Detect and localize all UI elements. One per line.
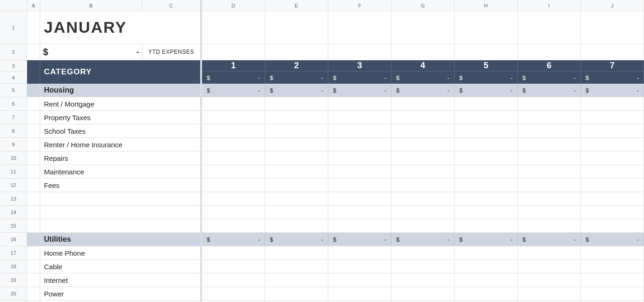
item-cell-day-7[interactable] [581, 287, 644, 300]
section-total-day-5[interactable]: $- [455, 233, 518, 246]
section-total-day-3[interactable]: $- [328, 84, 391, 97]
item-label[interactable]: Cable [40, 260, 202, 273]
cell-J2[interactable] [581, 44, 644, 60]
cell-D2[interactable] [202, 44, 265, 60]
item-cell-day-2[interactable] [265, 124, 328, 137]
day-total-6[interactable]: $- [518, 72, 581, 84]
section-total-day-5[interactable]: $- [455, 84, 518, 97]
item-label[interactable]: Rent / Mortgage [40, 97, 202, 110]
row-header-18[interactable]: 18 [0, 260, 27, 273]
section-total-day-2[interactable]: $- [265, 84, 328, 97]
item-cell-day-1[interactable] [202, 219, 265, 232]
item-cell-day-7[interactable] [581, 179, 644, 192]
item-cell-day-7[interactable] [581, 111, 644, 124]
row-header-11[interactable]: 11 [0, 165, 27, 179]
cell-A-item[interactable] [27, 273, 40, 287]
item-cell-day-1[interactable] [202, 260, 265, 273]
item-cell-day-2[interactable] [265, 179, 328, 192]
row-header-19[interactable]: 19 [0, 273, 27, 287]
item-cell-day-1[interactable] [202, 179, 265, 192]
item-cell-day-4[interactable] [391, 124, 455, 137]
row-header-8[interactable]: 8 [0, 124, 27, 138]
item-cell-day-3[interactable] [328, 246, 391, 259]
item-cell-day-4[interactable] [391, 192, 455, 205]
item-cell-day-3[interactable] [328, 97, 391, 110]
cell-F1[interactable] [328, 11, 391, 43]
item-cell-day-4[interactable] [391, 97, 455, 110]
category-header[interactable]: CATEGORY [40, 60, 202, 84]
day-total-7[interactable]: $- [581, 72, 644, 84]
col-header-E[interactable]: E [265, 0, 328, 11]
item-cell-day-3[interactable] [328, 206, 391, 219]
page-title[interactable]: JANUARY [40, 11, 202, 43]
row-header-1[interactable]: 1 [0, 11, 27, 44]
item-cell-day-7[interactable] [581, 219, 644, 232]
item-cell-day-6[interactable] [518, 219, 581, 232]
row-header-2[interactable]: 2 [0, 44, 27, 60]
cell-A-item[interactable] [27, 138, 40, 151]
row-header-6[interactable]: 6 [0, 97, 27, 111]
item-label[interactable] [40, 206, 202, 219]
corner-cell[interactable] [0, 0, 27, 11]
cell-A-item[interactable] [27, 219, 40, 232]
item-cell-day-2[interactable] [265, 138, 328, 151]
item-cell-day-7[interactable] [581, 138, 644, 151]
item-cell-day-4[interactable] [391, 246, 455, 259]
cell-E2[interactable] [265, 44, 328, 60]
item-cell-day-1[interactable] [202, 273, 265, 287]
cell-A-item[interactable] [27, 179, 40, 192]
row-header-16[interactable]: 16 [0, 233, 27, 246]
item-label[interactable]: Repairs [40, 151, 202, 165]
section-total-day-3[interactable]: $- [328, 233, 391, 246]
row-header-15[interactable]: 15 [0, 219, 27, 233]
item-cell-day-3[interactable] [328, 260, 391, 273]
item-cell-day-6[interactable] [518, 273, 581, 287]
day-header-1[interactable]: 1 [202, 60, 265, 71]
ytd-label[interactable]: YTD EXPENSES [142, 44, 202, 60]
item-label[interactable] [40, 219, 202, 232]
day-header-2[interactable]: 2 [265, 60, 328, 71]
item-cell-day-2[interactable] [265, 151, 328, 165]
row-header-5[interactable]: 5 [0, 84, 27, 97]
col-header-D[interactable]: D [202, 0, 265, 11]
item-cell-day-1[interactable] [202, 111, 265, 124]
section-name[interactable]: Housing [40, 84, 202, 97]
item-cell-day-2[interactable] [265, 111, 328, 124]
item-cell-day-5[interactable] [455, 124, 518, 137]
item-cell-day-1[interactable] [202, 287, 265, 300]
item-cell-day-4[interactable] [391, 111, 455, 124]
col-header-C[interactable]: C [142, 0, 202, 11]
item-cell-day-5[interactable] [455, 192, 518, 205]
row-header-9[interactable]: 9 [0, 138, 27, 151]
item-cell-day-2[interactable] [265, 165, 328, 178]
item-cell-day-7[interactable] [581, 165, 644, 178]
cell-A-item[interactable] [27, 97, 40, 110]
cell-A-header[interactable] [27, 60, 40, 84]
day-total-1[interactable]: $- [202, 72, 265, 84]
item-cell-day-3[interactable] [328, 179, 391, 192]
item-cell-day-5[interactable] [455, 179, 518, 192]
item-label[interactable]: Maintenance [40, 165, 202, 178]
item-cell-day-6[interactable] [518, 179, 581, 192]
cell-F2[interactable] [328, 44, 391, 60]
cell-A-item[interactable] [27, 246, 40, 259]
ytd-value-cell[interactable]: $ - [40, 44, 142, 60]
day-header-5[interactable]: 5 [455, 60, 518, 71]
cell-I2[interactable] [518, 44, 581, 60]
section-total-day-1[interactable]: $- [202, 233, 265, 246]
item-cell-day-7[interactable] [581, 151, 644, 165]
item-cell-day-1[interactable] [202, 246, 265, 259]
cell-G1[interactable] [391, 11, 455, 43]
row-header-10[interactable]: 10 [0, 151, 27, 165]
row-header-14[interactable]: 14 [0, 206, 27, 219]
item-cell-day-6[interactable] [518, 138, 581, 151]
day-total-3[interactable]: $- [328, 72, 391, 84]
item-cell-day-2[interactable] [265, 287, 328, 300]
item-cell-day-2[interactable] [265, 246, 328, 259]
item-cell-day-5[interactable] [455, 151, 518, 165]
cell-A-item[interactable] [27, 151, 40, 165]
item-cell-day-4[interactable] [391, 138, 455, 151]
item-label[interactable] [40, 192, 202, 205]
section-total-day-7[interactable]: $- [581, 233, 644, 246]
section-total-day-4[interactable]: $- [391, 84, 455, 97]
